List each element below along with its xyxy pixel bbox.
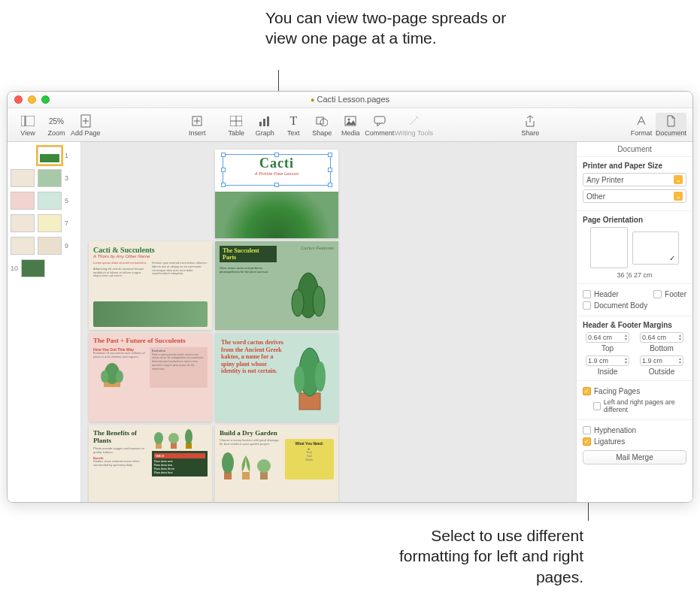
header-label: Header xyxy=(594,290,619,298)
svg-rect-32 xyxy=(171,443,177,449)
text-label: Text xyxy=(287,129,300,137)
add-page-button[interactable]: Add Page xyxy=(71,113,101,137)
margins-title: Header & Footer Margins xyxy=(583,321,686,329)
thumb-row-2[interactable]: 3 xyxy=(11,169,77,187)
orientation-landscape[interactable]: ✓ xyxy=(632,231,679,265)
margin-top-label: Top xyxy=(583,344,632,352)
page2-title: Cacti & Succulents xyxy=(93,246,208,254)
writing-tools-label: Writing Tools xyxy=(395,129,433,137)
orientation-section: Page Orientation ✓ 36 ¦6 27 cm xyxy=(577,211,692,284)
app-window: ● Cacti Lesson.pages View 25% Zoom Add P… xyxy=(7,91,693,503)
hyphenation-row[interactable]: Hyphenation xyxy=(583,425,686,436)
zoom-button[interactable] xyxy=(41,95,50,104)
page-2[interactable]: Cacti & Succulents A Thorn by Any Other … xyxy=(89,241,212,330)
svg-point-15 xyxy=(320,119,328,126)
thumbnails-sidebar[interactable]: 1 3 5 7 9 10 xyxy=(8,142,81,502)
footer-checkbox[interactable] xyxy=(653,290,662,298)
document-tab-button[interactable]: Document xyxy=(656,113,686,137)
margins-section: Header & Footer Margins 0.64 cm▴▾ Top 0.… xyxy=(577,316,692,381)
page-4[interactable]: The Past + Future of Succulents How You … xyxy=(89,333,212,422)
chevron-down-icon: ⌄ xyxy=(674,192,683,201)
orientation-portrait[interactable] xyxy=(590,227,628,268)
lr-different-row[interactable]: Left and right pages are different xyxy=(583,397,686,415)
document-body-checkbox[interactable] xyxy=(583,301,591,310)
ligatures-row[interactable]: ✓ Ligatures xyxy=(583,436,686,447)
facing-pages-checkbox[interactable]: ✓ xyxy=(583,387,591,395)
close-button[interactable] xyxy=(14,95,23,104)
media-icon xyxy=(344,113,356,129)
page7-box-title: What You Need: xyxy=(287,441,332,446)
ligatures-label: Ligatures xyxy=(594,437,625,446)
svg-point-31 xyxy=(154,432,163,444)
svg-rect-1 xyxy=(26,116,35,126)
text-button[interactable]: T Text xyxy=(279,113,308,137)
table-button[interactable]: Table xyxy=(222,113,250,137)
paper-dropdown[interactable]: Other ⌄ xyxy=(583,189,686,203)
svg-point-40 xyxy=(257,459,271,473)
svg-rect-14 xyxy=(317,117,323,124)
hyphenation-checkbox[interactable] xyxy=(583,426,591,434)
page-5[interactable]: The word cactus derives from the Ancient… xyxy=(215,333,338,422)
thumb-row-6[interactable]: 10 xyxy=(11,259,77,277)
margin-inside-stepper[interactable]: 1.9 cm▴▾ xyxy=(586,355,629,366)
media-button[interactable]: Media xyxy=(336,113,365,137)
hyphenation-label: Hyphenation xyxy=(594,426,636,434)
zoom-label: Zoom xyxy=(47,129,65,137)
document-tab-label: Document xyxy=(656,129,686,137)
facing-pages-section: ✓ Facing Pages Left and right pages are … xyxy=(577,381,692,420)
view-button[interactable]: View xyxy=(14,113,42,137)
callout-top: You can view two-page spreads or view on… xyxy=(265,8,514,49)
format-label: Format xyxy=(631,129,653,137)
titlebar: ● Cacti Lesson.pages xyxy=(8,92,692,108)
thumb-row-1[interactable]: 1 xyxy=(11,147,77,165)
shape-button[interactable]: Shape xyxy=(308,113,336,137)
view-icon xyxy=(21,113,35,129)
inspector-tab-title: Document xyxy=(577,142,692,157)
format-button[interactable]: Format xyxy=(627,113,656,137)
document-canvas[interactable]: Cacti A Prickle Free Lesson Cacti & Succ… xyxy=(81,142,576,502)
ligatures-checkbox[interactable]: ✓ xyxy=(583,437,591,446)
margin-top-stepper[interactable]: 0.64 cm▴▾ xyxy=(586,332,629,343)
comment-label: Comment xyxy=(365,129,394,137)
inspector-panel: Document Printer and Paper Size Any Prin… xyxy=(576,142,692,502)
thumb-num-9: 9 xyxy=(65,242,68,250)
svg-point-24 xyxy=(101,371,108,383)
header-footer-section: Header Footer Document Body xyxy=(577,284,692,316)
page-3[interactable]: The Succulent Parts Stem stores water an… xyxy=(215,241,338,330)
svg-point-17 xyxy=(348,119,350,121)
mail-merge-button[interactable]: Mail Merge xyxy=(583,450,686,464)
comment-button[interactable]: Comment xyxy=(365,113,394,137)
header-checkbox[interactable] xyxy=(583,290,591,298)
insert-button[interactable]: Insert xyxy=(183,113,211,137)
thumb-row-4[interactable]: 7 xyxy=(11,214,77,232)
minimize-button[interactable] xyxy=(28,95,36,104)
graph-button[interactable]: Graph xyxy=(250,113,279,137)
svg-rect-13 xyxy=(267,116,269,126)
lr-different-checkbox[interactable] xyxy=(593,402,601,410)
page-6[interactable]: The Benefits of Plants Plants provide ox… xyxy=(89,425,212,502)
header-checkbox-row[interactable]: Header xyxy=(583,289,619,300)
svg-point-21 xyxy=(313,286,325,316)
document-body-row[interactable]: Document Body xyxy=(583,300,686,311)
printer-dropdown[interactable]: Any Printer ⌄ xyxy=(583,173,686,186)
page-7[interactable]: Build a Dry Garden Choose a sunny locati… xyxy=(215,425,338,502)
share-button[interactable]: Share xyxy=(516,113,544,137)
thumb-num-5: 5 xyxy=(65,197,68,204)
thumb-row-3[interactable]: 5 xyxy=(11,192,77,210)
orientation-title: Page Orientation xyxy=(583,216,686,224)
page5-quote: The word cactus derives from the Ancient… xyxy=(221,339,287,375)
margin-outside-stepper[interactable]: 1.9 cm▴▾ xyxy=(640,355,683,366)
page4-title: The Past + Future of Succulents xyxy=(93,337,208,345)
format-icon xyxy=(635,113,647,129)
table-label: Table xyxy=(229,129,245,137)
thumb-row-5[interactable]: 9 xyxy=(11,237,77,255)
writing-tools-button[interactable]: Writing Tools xyxy=(394,113,433,137)
page-1[interactable]: Cacti A Prickle Free Lesson xyxy=(215,150,338,238)
footer-checkbox-row[interactable]: Footer xyxy=(653,289,686,300)
margin-bottom-stepper[interactable]: 0.64 cm▴▾ xyxy=(640,332,683,343)
facing-pages-row[interactable]: ✓ Facing Pages xyxy=(583,386,686,397)
zoom-dropdown[interactable]: 25% Zoom xyxy=(42,113,71,137)
selection-handles[interactable] xyxy=(223,154,331,186)
thumb-num-7: 7 xyxy=(65,219,68,227)
page2-sub: A Thorn by Any Other Name xyxy=(93,254,208,259)
